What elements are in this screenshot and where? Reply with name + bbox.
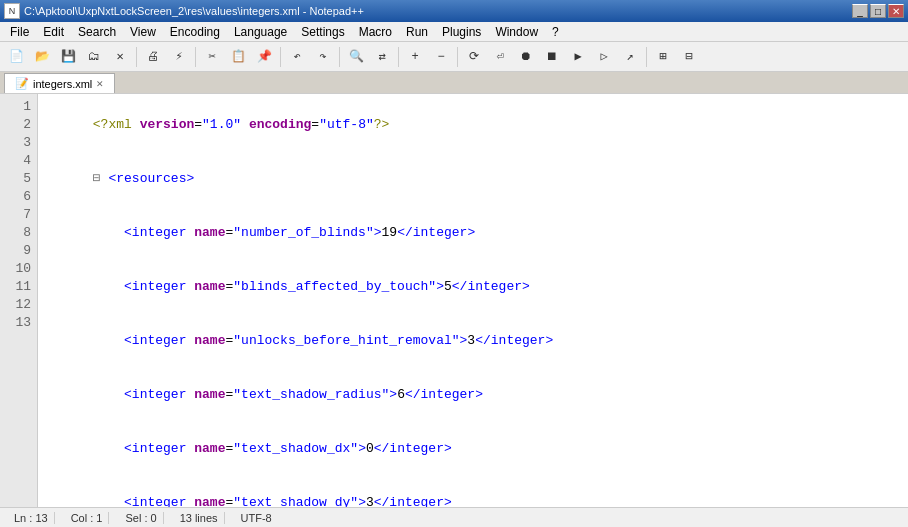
tab-close-icon[interactable]: ✕ bbox=[96, 79, 104, 89]
pi-open: <? bbox=[93, 117, 109, 132]
val-encoding: "utf-8" bbox=[319, 117, 374, 132]
line-num-2: 2 bbox=[0, 116, 37, 134]
tab-label: integers.xml bbox=[33, 78, 92, 90]
code-line-5[interactable]: <integer name="unlocks_before_hint_remov… bbox=[46, 314, 900, 368]
line-num-5: 5 bbox=[0, 170, 37, 188]
menu-view[interactable]: View bbox=[124, 23, 162, 41]
menu-macro[interactable]: Macro bbox=[353, 23, 398, 41]
line-num-11: 11 bbox=[0, 278, 37, 296]
toolbar-sync[interactable]: ⟳ bbox=[462, 46, 486, 68]
toolbar-extra2[interactable]: ⊟ bbox=[677, 46, 701, 68]
line-num-9: 9 bbox=[0, 242, 37, 260]
menu-file[interactable]: File bbox=[4, 23, 35, 41]
line-num-12: 12 bbox=[0, 296, 37, 314]
window-controls[interactable]: _ □ ✕ bbox=[852, 4, 904, 18]
toolbar-paste[interactable]: 📌 bbox=[252, 46, 276, 68]
toolbar-sep-2 bbox=[195, 47, 196, 67]
close-button[interactable]: ✕ bbox=[888, 4, 904, 18]
code-line-4[interactable]: <integer name="blinds_affected_by_touch"… bbox=[46, 260, 900, 314]
toolbar-redo[interactable]: ↷ bbox=[311, 46, 335, 68]
tab-integers-xml[interactable]: 📝 integers.xml ✕ bbox=[4, 73, 115, 93]
app-icon: N bbox=[4, 3, 20, 19]
menu-search[interactable]: Search bbox=[72, 23, 122, 41]
val-version: "1.0" bbox=[202, 117, 241, 132]
toolbar-wrap[interactable]: ⏎ bbox=[488, 46, 512, 68]
line-num-7: 7 bbox=[0, 206, 37, 224]
indent-5 bbox=[93, 333, 124, 348]
window-title: C:\Apktool\UxpNxtLockScreen_2\res\values… bbox=[24, 5, 364, 17]
status-col: Col : 1 bbox=[65, 512, 110, 524]
menu-bar: File Edit Search View Encoding Language … bbox=[0, 22, 908, 42]
code-editor[interactable]: <?xml version="1.0" encoding="utf-8"?> ⊟… bbox=[38, 94, 908, 507]
toolbar-find[interactable]: 🔍 bbox=[344, 46, 368, 68]
toolbar-stop[interactable]: ⏹ bbox=[540, 46, 564, 68]
maximize-button[interactable]: □ bbox=[870, 4, 886, 18]
line-num-8: 8 bbox=[0, 224, 37, 242]
toolbar-print-now[interactable]: ⚡ bbox=[167, 46, 191, 68]
attr-version: version bbox=[140, 117, 195, 132]
line-num-3: 3 bbox=[0, 134, 37, 152]
indent-6 bbox=[93, 387, 124, 402]
toolbar-run-count[interactable]: ↗ bbox=[618, 46, 642, 68]
toolbar-sep-5 bbox=[398, 47, 399, 67]
menu-edit[interactable]: Edit bbox=[37, 23, 70, 41]
toolbar-copy[interactable]: 📋 bbox=[226, 46, 250, 68]
menu-plugins[interactable]: Plugins bbox=[436, 23, 487, 41]
menu-run[interactable]: Run bbox=[400, 23, 434, 41]
toolbar-open[interactable]: 📂 bbox=[30, 46, 54, 68]
tab-file-icon: 📝 bbox=[15, 77, 29, 90]
toolbar-zoom-out[interactable]: − bbox=[429, 46, 453, 68]
code-line-2[interactable]: ⊟ <resources> bbox=[46, 152, 900, 206]
toolbar-sep-6 bbox=[457, 47, 458, 67]
toolbar-cut[interactable]: ✂ bbox=[200, 46, 224, 68]
line-num-4: 4 bbox=[0, 152, 37, 170]
indent-8 bbox=[93, 495, 124, 507]
toolbar-play[interactable]: ▶ bbox=[566, 46, 590, 68]
toolbar-zoom-in[interactable]: + bbox=[403, 46, 427, 68]
indent-4 bbox=[93, 279, 124, 294]
fold-icon-2: ⊟ bbox=[93, 171, 109, 186]
line-numbers: 1 2 3 4 5 6 7 8 9 10 11 12 13 bbox=[0, 94, 38, 507]
menu-language[interactable]: Language bbox=[228, 23, 293, 41]
menu-help[interactable]: ? bbox=[546, 23, 565, 41]
toolbar-sep-1 bbox=[136, 47, 137, 67]
code-line-8[interactable]: <integer name="text_shadow_dy">3</intege… bbox=[46, 476, 900, 507]
toolbar-extra1[interactable]: ⊞ bbox=[651, 46, 675, 68]
toolbar-save-all[interactable]: 🗂 bbox=[82, 46, 106, 68]
tag-resources-name: resources bbox=[116, 171, 186, 186]
code-line-1[interactable]: <?xml version="1.0" encoding="utf-8"?> bbox=[46, 98, 900, 152]
tab-bar: 📝 integers.xml ✕ bbox=[0, 72, 908, 94]
code-line-3[interactable]: <integer name="number_of_blinds">19</int… bbox=[46, 206, 900, 260]
title-bar: N C:\Apktool\UxpNxtLockScreen_2\res\valu… bbox=[0, 0, 908, 22]
indent-3 bbox=[93, 225, 124, 240]
attr-encoding: encoding bbox=[249, 117, 311, 132]
toolbar-save[interactable]: 💾 bbox=[56, 46, 80, 68]
status-sel: Sel : 0 bbox=[119, 512, 163, 524]
status-bar: Ln : 13 Col : 1 Sel : 0 13 lines UTF-8 bbox=[0, 507, 908, 527]
line-num-6: 6 bbox=[0, 188, 37, 206]
toolbar: 📄 📂 💾 🗂 ✕ 🖨 ⚡ ✂ 📋 📌 ↶ ↷ 🔍 ⇄ + − ⟳ ⏎ ⏺ ⏹ … bbox=[0, 42, 908, 72]
editor-container[interactable]: 1 2 3 4 5 6 7 8 9 10 11 12 13 <?xml vers… bbox=[0, 94, 908, 507]
pi-space bbox=[241, 117, 249, 132]
menu-encoding[interactable]: Encoding bbox=[164, 23, 226, 41]
toolbar-run-macro[interactable]: ▷ bbox=[592, 46, 616, 68]
toolbar-new[interactable]: 📄 bbox=[4, 46, 28, 68]
eq2: = bbox=[311, 117, 319, 132]
toolbar-record[interactable]: ⏺ bbox=[514, 46, 538, 68]
menu-window[interactable]: Window bbox=[489, 23, 544, 41]
status-encoding: UTF-8 bbox=[235, 512, 278, 524]
toolbar-undo[interactable]: ↶ bbox=[285, 46, 309, 68]
line-num-13: 13 bbox=[0, 314, 37, 332]
pi-xml: xml bbox=[108, 117, 139, 132]
toolbar-replace[interactable]: ⇄ bbox=[370, 46, 394, 68]
code-line-6[interactable]: <integer name="text_shadow_radius">6</in… bbox=[46, 368, 900, 422]
minimize-button[interactable]: _ bbox=[852, 4, 868, 18]
toolbar-close[interactable]: ✕ bbox=[108, 46, 132, 68]
toolbar-print[interactable]: 🖨 bbox=[141, 46, 165, 68]
menu-settings[interactable]: Settings bbox=[295, 23, 350, 41]
line-num-1: 1 bbox=[0, 98, 37, 116]
indent-7 bbox=[93, 441, 124, 456]
code-line-7[interactable]: <integer name="text_shadow_dx">0</intege… bbox=[46, 422, 900, 476]
pi-close: ?> bbox=[374, 117, 390, 132]
toolbar-sep-3 bbox=[280, 47, 281, 67]
